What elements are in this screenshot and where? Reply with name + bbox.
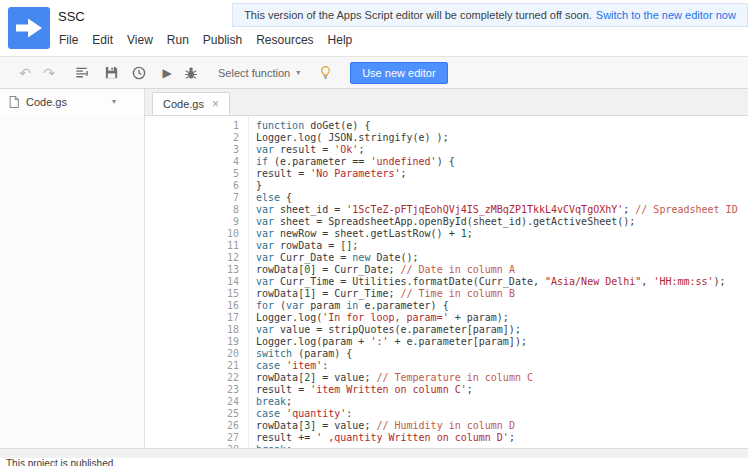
bug-icon <box>183 65 199 81</box>
line-number: 3 <box>145 144 239 156</box>
code-line[interactable]: function doGet(e) { <box>256 120 748 132</box>
play-icon: ▶ <box>162 67 171 79</box>
code-lines[interactable]: function doGet(e) {Logger.log( JSON.stri… <box>249 116 748 448</box>
file-icon <box>8 95 20 109</box>
code-line[interactable]: var result = 'Ok'; <box>256 144 748 156</box>
menu-run[interactable]: Run <box>160 30 196 50</box>
code-line[interactable]: result = 'No Parameters'; <box>256 168 748 180</box>
undo-button[interactable]: ↶ <box>14 62 36 84</box>
code-line[interactable]: Logger.log('In for loop, param=' + param… <box>256 312 748 324</box>
code-editor[interactable]: 1234567891011121314151617181920212223242… <box>145 116 748 448</box>
header: SSC FileEditViewRunPublishResourcesHelp … <box>0 0 748 56</box>
run-button[interactable]: ▶ <box>156 62 178 84</box>
select-function-label: Select function <box>218 67 290 79</box>
line-number: 4 <box>145 156 239 168</box>
code-line[interactable]: Logger.log(param + ':' + e.parameter[par… <box>256 336 748 348</box>
menu-edit[interactable]: Edit <box>85 30 120 50</box>
line-number: 6 <box>145 180 239 192</box>
line-number: 12 <box>145 252 239 264</box>
line-number: 26 <box>145 420 239 432</box>
code-line[interactable]: Logger.log( JSON.stringify(e) ); <box>256 132 748 144</box>
undo-icon: ↶ <box>19 66 31 80</box>
code-line[interactable]: rowData[1] = Curr_Time; // Time in colum… <box>256 288 748 300</box>
line-number: 20 <box>145 348 239 360</box>
code-line[interactable]: case 'item': <box>256 360 748 372</box>
select-function-dropdown[interactable]: Select function ▾ <box>214 64 304 82</box>
use-new-editor-button[interactable]: Use new editor <box>350 62 447 84</box>
line-number: 13 <box>145 264 239 276</box>
menu-help[interactable]: Help <box>321 30 360 50</box>
code-line[interactable]: var newRow = sheet.getLastRow() + 1; <box>256 228 748 240</box>
tab-bar: Code.gs × <box>145 89 748 116</box>
code-line[interactable]: var value = stripQuotes(e.parameter[para… <box>256 324 748 336</box>
status-bar <box>0 448 748 458</box>
code-line[interactable]: if (e.parameter == 'undefined') { <box>256 156 748 168</box>
line-numbers: 1234567891011121314151617181920212223242… <box>145 116 249 448</box>
publish-status-text: This project is published. <box>0 458 748 466</box>
indent-button[interactable] <box>70 62 92 84</box>
sidebar-item-code-gs[interactable]: Code.gs ▾ <box>0 89 144 115</box>
chevron-down-icon: ▾ <box>296 69 300 77</box>
indent-icon <box>74 65 89 80</box>
code-line[interactable]: else { <box>256 192 748 204</box>
code-line[interactable]: rowData[3] = value; // Humidity in colum… <box>256 420 748 432</box>
line-number: 2 <box>145 132 239 144</box>
line-number: 9 <box>145 216 239 228</box>
line-number: 7 <box>145 192 239 204</box>
deprecation-banner: This version of the Apps Script editor w… <box>232 3 748 27</box>
triggers-button[interactable] <box>128 62 150 84</box>
main-area: Code.gs ▾ Code.gs × 12345678910111213141… <box>0 89 748 448</box>
code-line[interactable]: result += ' ,quantity Written on column … <box>256 432 748 444</box>
code-line[interactable]: rowData[0] = Curr_Date; // Date in colum… <box>256 264 748 276</box>
code-line[interactable]: result = 'item Written on column C'; <box>256 384 748 396</box>
redo-icon: ↷ <box>43 66 55 80</box>
line-number: 1 <box>145 120 239 132</box>
line-number: 10 <box>145 228 239 240</box>
code-line[interactable]: var Curr_Time = Utilities.formatDate(Cur… <box>256 276 748 288</box>
save-button[interactable] <box>100 62 122 84</box>
code-line[interactable]: var rowData = []; <box>256 240 748 252</box>
code-line[interactable]: for (var param in e.parameter) { <box>256 300 748 312</box>
ideas-button[interactable] <box>314 62 336 84</box>
project-title[interactable]: SSC <box>58 9 85 24</box>
menu-publish[interactable]: Publish <box>196 30 249 50</box>
line-number: 16 <box>145 300 239 312</box>
line-number: 17 <box>145 312 239 324</box>
line-number: 14 <box>145 276 239 288</box>
menu-resources[interactable]: Resources <box>249 30 320 50</box>
line-number: 19 <box>145 336 239 348</box>
editor-pane: Code.gs × 123456789101112131415161718192… <box>145 89 748 448</box>
line-number: 24 <box>145 396 239 408</box>
code-line[interactable]: var Curr_Date = new Date(); <box>256 252 748 264</box>
apps-script-logo-icon <box>8 7 50 49</box>
clock-icon <box>131 65 147 81</box>
line-number: 23 <box>145 384 239 396</box>
code-line[interactable]: } <box>256 180 748 192</box>
menu-view[interactable]: View <box>120 30 160 50</box>
files-sidebar: Code.gs ▾ <box>0 89 145 448</box>
code-line[interactable]: var sheet = SpreadsheetApp.openById(shee… <box>256 216 748 228</box>
close-icon[interactable]: × <box>212 97 219 111</box>
lightbulb-icon <box>318 65 333 80</box>
tab-code-gs[interactable]: Code.gs × <box>152 92 230 115</box>
banner-text: This version of the Apps Script editor w… <box>244 9 592 21</box>
line-number: 18 <box>145 324 239 336</box>
file-name: Code.gs <box>26 96 67 108</box>
apps-script-editor-window: SSC FileEditViewRunPublishResourcesHelp … <box>0 0 748 466</box>
code-line[interactable]: break; <box>256 396 748 408</box>
code-line[interactable]: var sheet_id = '1ScTeZ-pFTjqEohQVj4IS_zM… <box>256 204 748 216</box>
menu-file[interactable]: File <box>52 30 85 50</box>
chevron-down-icon[interactable]: ▾ <box>112 98 116 106</box>
code-line[interactable]: switch (param) { <box>256 348 748 360</box>
line-number: 11 <box>145 240 239 252</box>
line-number: 21 <box>145 360 239 372</box>
line-number: 25 <box>145 408 239 420</box>
code-line[interactable]: case 'quantity': <box>256 408 748 420</box>
code-line[interactable]: rowData[2] = value; // Temperature in co… <box>256 372 748 384</box>
debug-button[interactable] <box>180 62 202 84</box>
line-number: 5 <box>145 168 239 180</box>
line-number: 27 <box>145 432 239 444</box>
redo-button[interactable]: ↷ <box>38 62 60 84</box>
switch-to-new-editor-link[interactable]: Switch to the new editor now <box>596 9 736 21</box>
save-icon <box>104 65 119 80</box>
